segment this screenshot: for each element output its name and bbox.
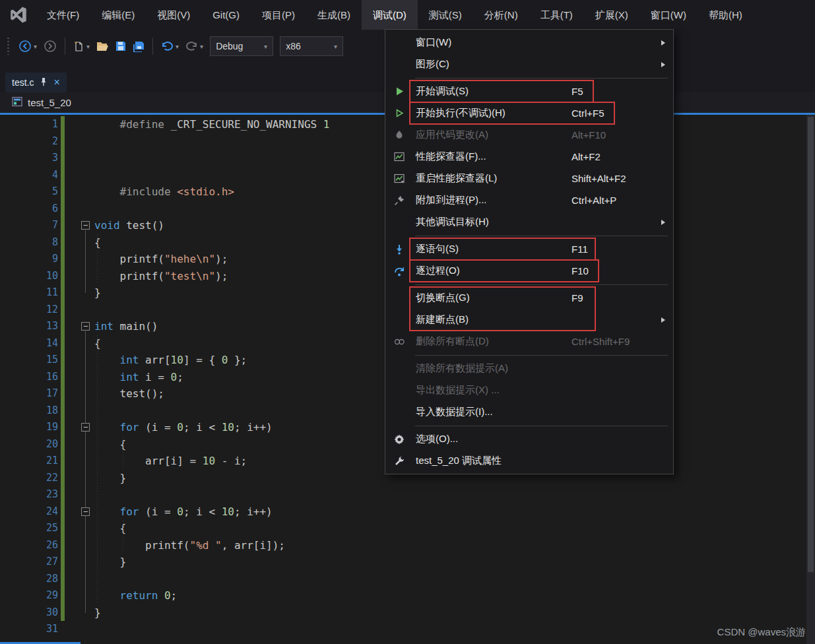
menubar-item-analyze[interactable]: 分析(N) xyxy=(473,0,529,30)
change-tracking-bar xyxy=(61,554,65,571)
open-file-button[interactable] xyxy=(93,35,112,57)
fold-toggle-icon[interactable]: − xyxy=(81,322,90,331)
redo-button[interactable]: ▾ xyxy=(182,35,207,57)
line-number: 5 xyxy=(0,183,58,201)
menu-separator xyxy=(415,352,668,358)
indent-guide xyxy=(123,436,123,470)
code-line[interactable]: 23 xyxy=(0,486,815,503)
undo-icon xyxy=(161,41,174,52)
menu-item-new-breakpoint[interactable]: 新建断点(B) xyxy=(385,309,673,331)
line-number: 19 xyxy=(0,419,58,436)
configuration-dropdown[interactable]: Debug▾ xyxy=(210,36,273,56)
menu-item-import-datatips[interactable]: 导入数据提示(I)... xyxy=(385,401,673,423)
code-text: } xyxy=(94,470,126,487)
menu-item-start-debugging[interactable]: 开始调试(S)F5 xyxy=(385,80,673,102)
menubar-item-extensions[interactable]: 扩展(X) xyxy=(584,0,639,30)
line-number: 22 xyxy=(0,470,58,487)
nav-forward-icon xyxy=(44,40,57,53)
menu-item-toggle-breakpoint[interactable]: 切换断点(G)F9 xyxy=(385,287,673,309)
line-number: 7 xyxy=(0,217,58,234)
menubar-item-debug[interactable]: 调试(D) xyxy=(362,0,418,30)
new-file-button[interactable]: ▾ xyxy=(70,35,93,57)
pin-icon[interactable] xyxy=(40,77,48,88)
line-number: 31 xyxy=(0,621,58,638)
fold-toggle-icon[interactable]: − xyxy=(81,221,90,230)
fold-toggle-icon[interactable]: − xyxy=(81,507,90,516)
breadcrumb[interactable]: test_5_20 xyxy=(28,97,71,108)
fold-toggle-icon[interactable]: − xyxy=(81,423,90,432)
menubar-item-help[interactable]: 帮助(H) xyxy=(698,0,754,30)
indent-guide xyxy=(97,335,98,604)
outline-guide xyxy=(85,230,86,293)
scrollbar-thumb[interactable] xyxy=(808,117,814,572)
code-text: int arr[10] = { 0 }; xyxy=(94,352,247,369)
menu-item-graphics[interactable]: 图形(C) xyxy=(385,53,673,75)
menu-item-debug-properties[interactable]: test_5_20 调试属性 xyxy=(385,450,673,472)
configuration-dropdown-value: Debug xyxy=(216,41,243,51)
chevron-down-icon[interactable]: ▾ xyxy=(176,43,179,50)
menu-item-shortcut: Shift+Alt+F2 xyxy=(571,173,626,184)
menu-item-performance-profiler[interactable]: 性能探查器(F)...Alt+F2 xyxy=(385,146,673,168)
menu-item-attach-to-process[interactable]: 附加到进程(P)...Ctrl+Alt+P xyxy=(385,189,673,211)
menu-item-other-debug-targets[interactable]: 其他调试目标(H) xyxy=(385,211,673,233)
menu-item-shortcut: F11 xyxy=(571,243,588,255)
line-number: 14 xyxy=(0,335,58,352)
menu-item-step-into[interactable]: 逐语句(S)F11 xyxy=(385,238,673,260)
menu-separator xyxy=(415,282,668,287)
code-text: for (i = 0; i < 10; i++) xyxy=(94,419,273,436)
step-over-icon xyxy=(385,266,413,276)
menu-item-clear-all-datatips: 清除所有数据提示(A) xyxy=(385,358,673,379)
code-line[interactable]: 29 return 0; xyxy=(0,587,815,604)
menubar-item-git[interactable]: Git(G) xyxy=(201,0,251,30)
menubar-item-view[interactable]: 视图(V) xyxy=(146,0,201,30)
menubar-item-test[interactable]: 测试(S) xyxy=(418,0,473,30)
code-text: } xyxy=(94,604,101,622)
menubar-item-tools[interactable]: 工具(T) xyxy=(529,0,584,30)
change-tracking-bar xyxy=(61,486,65,503)
line-number: 4 xyxy=(0,167,58,184)
menu-item-windows[interactable]: 窗口(W) xyxy=(385,32,673,53)
vertical-scrollbar[interactable] xyxy=(806,115,815,644)
forward-button[interactable] xyxy=(40,35,60,57)
menubar-items: 文件(F)编辑(E)视图(V)Git(G)项目(P)生成(B)调试(D)测试(S… xyxy=(36,0,754,30)
save-all-button[interactable] xyxy=(129,35,148,57)
change-tracking-bar xyxy=(61,402,65,420)
line-number: 12 xyxy=(0,302,58,319)
line-number: 20 xyxy=(0,436,58,453)
code-line[interactable]: 31 xyxy=(0,621,815,638)
menu-item-options[interactable]: 选项(O)... xyxy=(385,428,673,450)
line-number: 23 xyxy=(0,486,58,503)
menu-item-relaunch-performance-profiler[interactable]: 重启性能探查器(L)Shift+Alt+F2 xyxy=(385,168,673,189)
menubar-item-window[interactable]: 窗口(W) xyxy=(639,0,698,30)
change-tracking-bar xyxy=(61,352,65,369)
toolbar-grip-handle[interactable] xyxy=(7,38,9,55)
menubar-item-edit[interactable]: 编辑(E) xyxy=(90,0,146,30)
change-tracking-bar xyxy=(61,453,65,470)
back-button[interactable]: ▾ xyxy=(15,35,40,57)
visual-studio-logo-icon xyxy=(9,7,29,24)
change-tracking-bar xyxy=(61,503,65,521)
tab-test-c[interactable]: test.c × xyxy=(5,73,67,92)
watermark: CSDN @waves浪游 xyxy=(717,626,806,639)
undo-button[interactable]: ▾ xyxy=(158,35,182,57)
menubar-item-file[interactable]: 文件(F) xyxy=(36,0,90,30)
code-line[interactable]: 24− for (i = 0; i < 10; i++) xyxy=(0,503,815,521)
code-text: { xyxy=(94,436,126,453)
line-number: 25 xyxy=(0,520,58,537)
change-tracking-bar xyxy=(61,537,65,554)
menubar-item-project[interactable]: 项目(P) xyxy=(251,0,306,30)
menu-item-step-over[interactable]: 逐过程(O)F10 xyxy=(385,260,673,282)
menu-item-start-without-debugging[interactable]: 开始执行(不调试)(H)Ctrl+F5 xyxy=(385,102,673,124)
save-button[interactable] xyxy=(112,35,129,57)
code-line[interactable]: 30} xyxy=(0,604,815,622)
close-icon[interactable]: × xyxy=(53,77,59,88)
chevron-down-icon[interactable]: ▾ xyxy=(34,43,37,50)
code-line[interactable]: 27 } xyxy=(0,554,815,571)
attach-icon xyxy=(385,195,413,206)
menubar-item-build[interactable]: 生成(B) xyxy=(306,0,362,30)
chevron-down-icon[interactable]: ▾ xyxy=(86,43,90,50)
platform-dropdown[interactable]: x86▾ xyxy=(280,36,343,56)
code-line[interactable]: 28 xyxy=(0,571,815,588)
chevron-down-icon[interactable]: ▾ xyxy=(200,43,203,50)
menu-item-label: 选项(O)... xyxy=(416,433,458,445)
